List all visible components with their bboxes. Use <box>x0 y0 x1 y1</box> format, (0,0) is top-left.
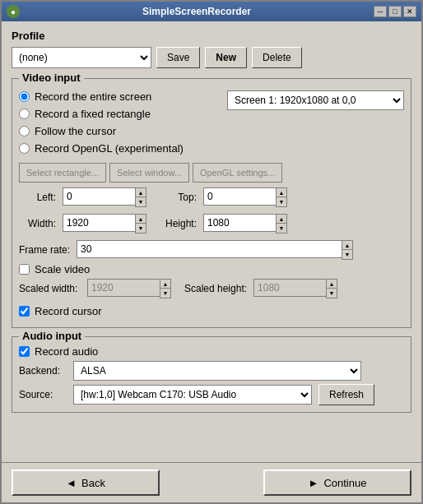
width-label: Width: <box>19 218 56 229</box>
width-field-row: Width: 1920 ▲ ▼ <box>19 214 146 234</box>
back-label: Back <box>81 477 105 489</box>
height-spin-down[interactable]: ▼ <box>277 224 286 233</box>
new-button[interactable]: New <box>205 47 247 68</box>
radio-opengl-label: Record OpenGL (experimental) <box>35 142 184 155</box>
scale-video-checkbox[interactable] <box>19 264 30 275</box>
profile-select[interactable]: (none) <box>12 47 151 68</box>
rect-buttons-row: Select rectangle... Select window... Ope… <box>19 163 404 183</box>
maximize-button[interactable]: □ <box>388 6 402 17</box>
scaled-width-spin-down[interactable]: ▼ <box>160 289 170 298</box>
video-radio-group: Record the entire screen Record a fixed … <box>19 90 184 158</box>
minimize-button[interactable]: ─ <box>374 6 387 17</box>
select-window-button[interactable]: Select window... <box>109 163 189 183</box>
audio-input-title: Audio input <box>19 330 85 342</box>
width-spin-down[interactable]: ▼ <box>136 224 146 233</box>
scaled-width-field-row: Scaled width: 1920 ▲ ▼ <box>19 279 171 298</box>
screen-select-wrapper: Screen 1: 1920x1080 at 0,0 <box>227 90 404 110</box>
titlebar-controls: ─ □ ✕ <box>374 6 416 17</box>
scaled-height-input[interactable]: 1080 <box>253 279 326 297</box>
height-label: Height: <box>160 218 197 229</box>
source-row: Source: [hw:1,0] Webcam C170: USB Audio … <box>19 384 404 405</box>
height-input[interactable]: 1080 <box>203 214 276 232</box>
radio-follow-cursor-label: Follow the cursor <box>35 125 116 137</box>
framerate-spin-buttons: ▲ ▼ <box>342 240 353 260</box>
window-title: SimpleScreenRecorder <box>20 6 374 17</box>
scale-video-row: Scale video <box>19 263 404 275</box>
scaled-height-spinner: 1080 ▲ ▼ <box>253 279 337 298</box>
main-window: ● SimpleScreenRecorder ─ □ ✕ Profile (no… <box>0 0 423 504</box>
source-label: Source: <box>19 389 67 400</box>
radio-opengl[interactable]: Record OpenGL (experimental) <box>19 142 184 155</box>
radio-entire-screen[interactable]: Record the entire screen <box>19 90 184 103</box>
top-spin-buttons: ▲ ▼ <box>276 187 287 207</box>
scaled-height-spin-down[interactable]: ▼ <box>327 289 337 298</box>
height-spin-buttons: ▲ ▼ <box>276 214 287 234</box>
backend-row: Backend: ALSAPulseAudio <box>19 361 404 381</box>
radio-fixed-rect[interactable]: Record a fixed rectangle <box>19 108 184 120</box>
app-icon: ● <box>7 5 20 18</box>
framerate-spin-down[interactable]: ▼ <box>342 250 352 259</box>
framerate-row: Frame rate: 30 ▲ ▼ <box>19 240 404 260</box>
height-spin-up[interactable]: ▲ <box>277 215 286 224</box>
left-spin-down[interactable]: ▼ <box>136 197 146 206</box>
audio-input-group: Audio input Record audio Backend: ALSAPu… <box>12 336 411 413</box>
radio-fixed-rect-label: Record a fixed rectangle <box>35 108 151 120</box>
framerate-input[interactable]: 30 <box>77 240 342 258</box>
back-icon: ◄ <box>66 477 77 489</box>
radio-entire-screen-label: Record the entire screen <box>35 90 151 103</box>
record-cursor-row: Record cursor <box>19 305 404 317</box>
record-audio-checkbox[interactable] <box>19 346 30 357</box>
radio-follow-cursor[interactable]: Follow the cursor <box>19 125 184 137</box>
left-input[interactable]: 0 <box>63 187 135 206</box>
scaled-height-label: Scaled height: <box>184 283 247 294</box>
record-cursor-checkbox[interactable] <box>19 306 30 317</box>
scaled-width-input[interactable]: 1920 <box>87 279 160 297</box>
continue-icon: ► <box>309 477 319 489</box>
continue-label: Continue <box>323 477 366 489</box>
titlebar: ● SimpleScreenRecorder ─ □ ✕ <box>2 2 421 21</box>
top-input[interactable]: 0 <box>203 187 276 206</box>
width-spinner: 1920 ▲ ▼ <box>63 214 146 234</box>
left-spin-buttons: ▲ ▼ <box>135 187 146 207</box>
delete-button[interactable]: Delete <box>252 47 302 68</box>
source-select[interactable]: [hw:1,0] Webcam C170: USB Audio <box>73 385 312 405</box>
content-area: Profile (none) Save New Delete Video inp… <box>2 21 421 462</box>
width-spin-buttons: ▲ ▼ <box>135 214 146 234</box>
framerate-label: Frame rate: <box>19 244 70 256</box>
record-cursor-label: Record cursor <box>35 305 102 317</box>
width-spin-up[interactable]: ▲ <box>136 215 146 224</box>
bottom-navigation: ◄ Back ► Continue <box>2 462 421 502</box>
record-audio-label: Record audio <box>35 345 98 358</box>
profile-row: (none) Save New Delete <box>12 47 411 68</box>
top-spin-down[interactable]: ▼ <box>277 197 286 206</box>
save-button[interactable]: Save <box>156 47 200 68</box>
scaled-height-spin-up[interactable]: ▲ <box>327 280 337 289</box>
screen-select[interactable]: Screen 1: 1920x1080 at 0,0 <box>227 90 404 110</box>
refresh-button[interactable]: Refresh <box>318 384 374 405</box>
continue-button[interactable]: ► Continue <box>263 469 411 496</box>
opengl-settings-button[interactable]: OpenGL settings... <box>193 163 282 183</box>
left-spin-up[interactable]: ▲ <box>136 188 146 197</box>
height-field-row: Height: 1080 ▲ ▼ <box>160 214 287 234</box>
framerate-spin-up[interactable]: ▲ <box>342 241 352 250</box>
profile-section-title: Profile <box>12 30 411 42</box>
left-label: Left: <box>19 192 56 203</box>
scaled-width-spinner: 1920 ▲ ▼ <box>87 279 171 298</box>
width-height-row: Width: 1920 ▲ ▼ Height: 1080 ▲ <box>19 214 404 237</box>
scaled-width-spin-up[interactable]: ▲ <box>160 280 170 289</box>
width-input[interactable]: 1920 <box>63 214 135 232</box>
scaled-height-field-row: Scaled height: 1080 ▲ ▼ <box>184 279 337 298</box>
top-spinner: 0 ▲ ▼ <box>203 187 287 207</box>
select-rectangle-button[interactable]: Select rectangle... <box>19 163 106 183</box>
backend-select[interactable]: ALSAPulseAudio <box>73 361 361 381</box>
back-button[interactable]: ◄ Back <box>12 469 160 496</box>
scale-video-label: Scale video <box>35 263 90 275</box>
video-input-group: Video input Record the entire screen Rec… <box>12 78 411 328</box>
video-top-row: Record the entire screen Record a fixed … <box>19 90 404 158</box>
left-top-row: Left: 0 ▲ ▼ Top: 0 ▲ <box>19 187 404 210</box>
video-input-title: Video input <box>19 72 84 84</box>
close-button[interactable]: ✕ <box>403 6 416 17</box>
scaled-dimensions-row: Scaled width: 1920 ▲ ▼ Scaled height: 10… <box>19 279 404 302</box>
framerate-spinner: 30 ▲ ▼ <box>77 240 353 260</box>
top-spin-up[interactable]: ▲ <box>277 188 286 197</box>
